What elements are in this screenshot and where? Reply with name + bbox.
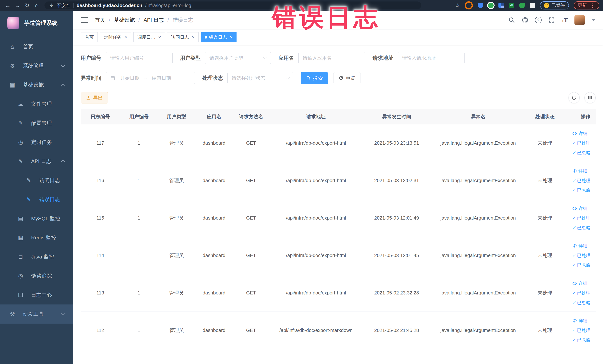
cell-request-url: /api/infra/db-doc/export-html [269,199,363,237]
detail-link[interactable]: 详细 [572,130,587,137]
chevron-icon [61,83,65,88]
fullscreen-icon[interactable] [548,17,555,23]
mark-processed-link[interactable]: ✓ 已处理 [572,290,590,296]
sidebar-item[interactable]: ✎ API 日志 [0,152,73,171]
sidebar-item[interactable]: ❏ 日志中心 [0,285,73,305]
sidebar-item[interactable]: ✎ 错误日志 [0,190,73,209]
sidebar-item[interactable]: ✎ 配置管理 [0,114,73,133]
detail-link[interactable]: 详细 [572,318,587,324]
tab-close-icon[interactable]: × [192,35,195,40]
avatar[interactable] [574,15,585,25]
update-button[interactable]: 更新 ⋮ [574,1,599,10]
mark-ignored-link[interactable]: ✓ 已忽略 [572,337,590,343]
sidebar-item[interactable]: ⚒ 研发工具 [0,305,73,324]
sidebar-item[interactable]: ▦ Redis 监控 [0,228,73,247]
sidebar-item[interactable]: ⊡ Java 监控 [0,247,73,266]
menu-item-label: 访问日志 [39,177,60,184]
breadcrumb-api-log[interactable]: API 日志 [144,16,164,23]
detail-link[interactable]: 详细 [572,243,587,249]
tab[interactable]: 定时任务 × [100,32,131,42]
time-range-picker[interactable]: 开始日期 ~ 结束日期 [106,72,195,84]
app-name-input[interactable] [299,52,365,64]
mark-ignored-link[interactable]: ✓ 已忽略 [572,187,590,193]
github-icon[interactable] [522,17,528,23]
sidebar-item[interactable]: ◷ 定时任务 [0,133,73,152]
app-logo[interactable]: 芋道管理系统 [0,11,73,33]
mark-ignored-link[interactable]: ✓ 已忽略 [572,150,590,156]
font-size-icon[interactable]: TT [562,17,568,23]
refresh-table-button[interactable] [568,92,580,103]
detail-link[interactable]: 详细 [572,205,587,211]
search-icon[interactable] [508,17,515,23]
extension-green-icon[interactable] [488,3,494,8]
extension-grid-icon[interactable] [499,3,504,8]
filter-row-2: 异常时间 开始日期 ~ 结束日期 处理状态 请选择处理状态 [81,72,596,84]
breadcrumb-infra[interactable]: 基础设施 [114,16,135,23]
mark-processed-link[interactable]: ✓ 已处理 [572,215,590,221]
breadcrumb: 首页 / 基础设施 / API 日志 / 错误日志 [95,16,193,23]
tab-close-icon[interactable]: × [230,35,233,40]
sidebar-item[interactable]: ☁ 文件管理 [0,94,73,114]
browser-menu-icon[interactable]: ⋮ [590,2,595,9]
tab-label: 访问日志 [171,34,189,40]
tab[interactable]: 调度日志 × [133,32,165,42]
request-url-input[interactable] [398,52,464,64]
reload-icon[interactable]: ↻ [23,2,31,9]
column-settings-button[interactable] [584,92,596,103]
sidebar-item[interactable]: ✎ 访问日志 [0,171,73,190]
sidebar-item[interactable]: ▣ 基础设施 [0,75,73,94]
breadcrumb-separator: / [167,17,169,23]
cell-request-url: /api/infra/db-doc/export-markdown [269,312,363,349]
extensions-puzzle-icon[interactable] [530,3,535,8]
reset-button[interactable]: 重置 [333,72,361,84]
extension-leaf-icon[interactable] [519,3,525,8]
user-type-select[interactable]: 请选择用户类型 [205,52,271,64]
forward-icon[interactable]: → [13,2,22,9]
user-no-input[interactable] [106,52,173,64]
check-icon: ✓ [572,226,576,230]
cell-request-url: /api/infra/db-doc/export-html [269,274,363,312]
mark-ignored-link[interactable]: ✓ 已忽略 [572,225,590,231]
table-row: 112 1 管理员 dashboard GET /api/infra/db-do… [81,312,596,349]
sidebar-toggle-icon[interactable] [81,17,88,23]
mark-processed-link[interactable]: ✓ 已处理 [572,253,590,258]
cell-request-url: /api/infra/db-doc/export-html [269,162,363,199]
mark-processed-link[interactable]: ✓ 已处理 [572,178,590,184]
help-icon[interactable]: ? [535,17,542,23]
page-content: 用户编号 用户类型 请选择用户类型 应用名 请求地址 [73,45,603,364]
sidebar-item[interactable]: ▤ MySQL 监控 [0,209,73,228]
tab-close-icon[interactable]: × [125,35,127,40]
extension-orange-icon[interactable] [465,1,473,10]
tab[interactable]: 错误日志 × [201,32,237,42]
tab-close-icon[interactable]: × [158,35,161,40]
exception-time-field: 异常时间 开始日期 ~ 结束日期 [81,72,195,84]
sidebar-item[interactable]: ⌂ 首页 [0,37,73,56]
table-row: 116 1 管理员 dashboard GET /api/infra/db-do… [81,162,596,199]
avatar-caret-icon[interactable] [591,19,595,21]
cell-log-id: 117 [81,124,120,162]
tab[interactable]: 访问日志 × [167,32,198,42]
detail-link[interactable]: 详细 [572,168,587,174]
mark-ignored-link[interactable]: ✓ 已忽略 [572,300,590,305]
breadcrumb-home[interactable]: 首页 [95,16,105,23]
bookmark-star-icon[interactable]: ☆ [455,2,460,9]
browser-home-icon[interactable]: ⌂ [33,2,41,9]
paused-badge[interactable]: 已暂停 [540,1,569,10]
cell-method: GET [233,199,269,237]
mark-ignored-link[interactable]: ✓ 已忽略 [572,262,590,268]
address-bar[interactable]: ⚠ 不安全 dashboard.yudao.iocoder.cn/infra/l… [45,1,421,9]
mark-processed-link[interactable]: ✓ 已处理 [572,328,590,333]
col-log-id: 日志编号 [81,109,120,124]
export-button[interactable]: 导出 [81,92,108,104]
search-button[interactable]: 搜索 [301,72,328,84]
back-icon[interactable]: ← [4,2,12,9]
mark-processed-link[interactable]: ✓ 已处理 [572,140,590,146]
extension-on-badge-icon[interactable] [509,3,514,8]
sidebar-item[interactable]: ◎ 链路追踪 [0,266,73,285]
process-status-select[interactable]: 请选择处理状态 [227,72,293,84]
tab[interactable]: 首页 [81,32,98,42]
extension-blue-icon[interactable] [478,3,483,8]
sidebar-item[interactable]: ⚙ 系统管理 [0,56,73,75]
detail-link[interactable]: 详细 [572,280,587,286]
table-row: 113 1 管理员 dashboard GET /api/infra/db-do… [81,274,596,312]
